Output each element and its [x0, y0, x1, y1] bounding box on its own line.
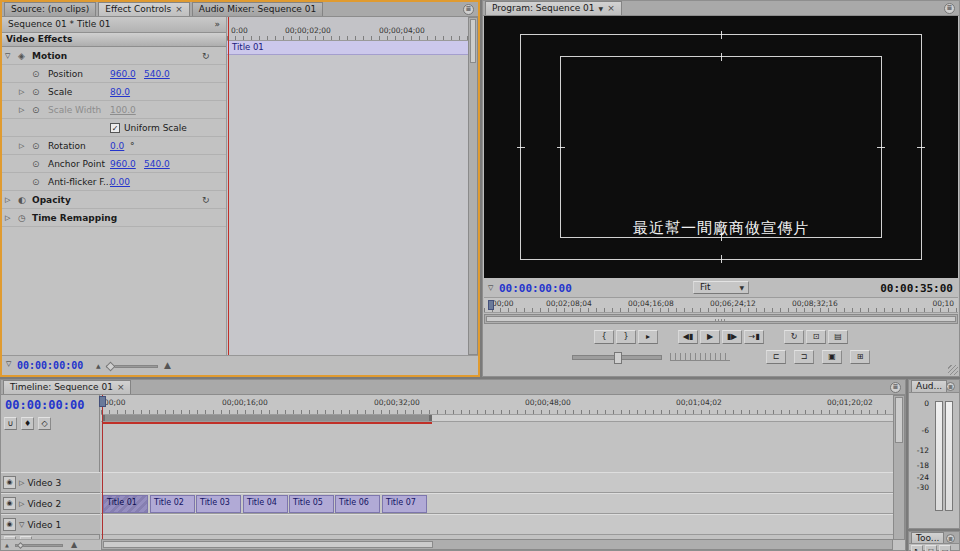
collapse-icon[interactable]: ▽	[488, 284, 493, 292]
close-icon[interactable]: ×	[175, 3, 183, 16]
safe-margins-button[interactable]: ⊡	[806, 330, 826, 344]
program-cti-head[interactable]	[488, 300, 494, 310]
extract-button[interactable]: ⊐	[794, 350, 814, 364]
stopwatch-icon[interactable]: ⊙	[32, 137, 40, 155]
stopwatch-icon[interactable]: ⊙	[32, 83, 40, 101]
twirl-closed-icon[interactable]: ▷	[19, 479, 24, 487]
eye-icon[interactable]: ◉	[3, 497, 16, 510]
go-to-out-button[interactable]: }	[616, 330, 636, 344]
selection-tool-button[interactable]: ↖	[911, 545, 923, 551]
marker-icon[interactable]: ◇	[38, 417, 51, 430]
clip-title-02[interactable]: Title 02	[150, 495, 195, 513]
close-icon[interactable]: ×	[607, 2, 615, 15]
view-area-thumb[interactable]	[486, 316, 956, 322]
twirl-closed-icon[interactable]: ▷	[19, 83, 24, 101]
scrollbar-thumb[interactable]	[895, 397, 903, 443]
position-y-value[interactable]: 540.0	[144, 65, 170, 83]
zoom-in-icon[interactable]: ▲	[71, 540, 77, 549]
work-area-bar[interactable]	[102, 415, 432, 421]
video2-lane[interactable]: Title 01 Title 02 Title 03 Title 04 Titl…	[101, 493, 893, 514]
video1-lane[interactable]	[101, 514, 893, 535]
timeline-vscrollbar[interactable]	[893, 395, 905, 540]
jog-disk[interactable]	[670, 353, 730, 361]
go-to-next-edit-button[interactable]: →▮	[744, 330, 764, 344]
mini-timeline-clip[interactable]: Title 01	[227, 41, 468, 55]
razor-tool-button[interactable]: ▭	[939, 545, 951, 551]
video-effects-section-header[interactable]: Video Effects	[2, 33, 226, 47]
mini-timeline-ruler[interactable]: 0:00 00;00;02;00 00;00;04;00	[227, 17, 468, 41]
shuttle-thumb[interactable]	[614, 352, 622, 364]
anchor-x-value[interactable]: 960.0	[110, 155, 136, 173]
step-forward-button[interactable]: ▮▶	[722, 330, 742, 344]
export-frame-button[interactable]: ▣	[822, 350, 842, 364]
timeline-timecode[interactable]: 00:00:00:00	[5, 398, 84, 412]
zoom-out-icon[interactable]: ▲	[5, 542, 9, 548]
twirl-closed-icon[interactable]: ▷	[5, 209, 10, 227]
output-button[interactable]: ▤	[828, 330, 848, 344]
resize-grip[interactable]	[948, 365, 958, 375]
position-x-value[interactable]: 960.0	[110, 65, 136, 83]
uniform-scale-checkbox[interactable]: ✓	[110, 123, 120, 133]
zoom-slider-thumb[interactable]	[106, 362, 116, 372]
fit-dropdown[interactable]: Fit ▼	[693, 281, 749, 294]
zoom-slider-thumb[interactable]	[17, 542, 24, 549]
play-in-to-out-button[interactable]: ▸	[638, 330, 658, 344]
step-back-button[interactable]: ◀▮	[678, 330, 698, 344]
program-ruler[interactable]: 00;00 00;02;08;04 00;04;16;08 00;06;24;1…	[484, 297, 958, 313]
tab-program[interactable]: Program: Sequence 01 ▼ ×	[485, 1, 622, 15]
go-to-in-button[interactable]: {	[594, 330, 614, 344]
stopwatch-icon[interactable]: ⊙	[32, 173, 40, 191]
tab-tools[interactable]: Too...	[911, 532, 944, 543]
collapse-icon[interactable]: ▽	[6, 360, 11, 368]
panel-menu-icon[interactable]: ≣	[944, 3, 955, 14]
timeline-hscrollbar[interactable]	[101, 539, 893, 550]
scrollbar-thumb[interactable]	[470, 19, 476, 63]
track-select-tool-button[interactable]: ◻	[925, 545, 937, 551]
work-area-track[interactable]	[101, 415, 893, 422]
loop-button[interactable]: ↻	[784, 330, 804, 344]
timeline-ruler[interactable]: 00;00 00;00;16;00 00;00;32;00 00;00;48;0…	[101, 395, 893, 415]
twirl-closed-icon[interactable]: ▷	[19, 500, 24, 508]
tab-audio-mixer[interactable]: Audio Mixer: Sequence 01	[192, 2, 323, 16]
track-header-video3[interactable]: ◉ ▷ Video 3	[1, 472, 100, 493]
effect-controls-vscrollbar[interactable]	[468, 17, 478, 355]
zoom-slider[interactable]	[106, 365, 158, 368]
program-current-timecode[interactable]: 00:00:00:00	[499, 282, 572, 295]
twirl-open-icon[interactable]: ▽	[5, 47, 10, 65]
video3-lane[interactable]	[101, 472, 893, 493]
clip-title-05[interactable]: Title 05	[289, 495, 334, 513]
tab-audio-meters[interactable]: Aud...	[911, 380, 947, 392]
zoom-in-icon[interactable]: ▲	[164, 360, 171, 370]
cti-head[interactable]	[99, 396, 106, 407]
twirl-closed-icon[interactable]: ▷	[5, 191, 10, 209]
sequence-dropdown-icon[interactable]: ▼	[599, 2, 604, 15]
track-header-video1[interactable]: ◉ ▽ Video 1	[1, 514, 100, 535]
reset-button[interactable]: ↻	[202, 47, 210, 65]
twirl-closed-icon[interactable]: ▷	[19, 137, 24, 155]
stopwatch-icon[interactable]: ⊙	[32, 155, 40, 173]
tab-source[interactable]: Source: (no clips)	[4, 2, 96, 16]
scrollbar-thumb[interactable]	[103, 541, 433, 548]
eye-icon[interactable]: ◉	[3, 518, 16, 531]
current-time-indicator[interactable]	[102, 395, 103, 541]
reset-button[interactable]: ↻	[202, 191, 210, 209]
track-header-video2[interactable]: ◉ ▷ Video 2	[1, 493, 100, 514]
program-monitor-viewport[interactable]: 最近幫一間廠商做宣傳片	[484, 16, 958, 278]
show-timeline-view-button[interactable]: »	[214, 17, 220, 32]
tab-effect-controls[interactable]: Effect Controls ×	[98, 2, 190, 16]
close-icon[interactable]: ×	[117, 381, 125, 394]
effect-row-motion[interactable]: ▽ ◈ Motion ↻	[2, 47, 226, 65]
zoom-out-icon[interactable]: ▲	[96, 362, 101, 369]
lift-button[interactable]: ⊏	[766, 350, 786, 364]
clip-title-03[interactable]: Title 03	[196, 495, 241, 513]
panel-menu-icon[interactable]: ≣	[463, 4, 474, 15]
play-button[interactable]: ▶	[700, 330, 720, 344]
shuttle-slider[interactable]	[572, 355, 662, 360]
clip-title-04[interactable]: Title 04	[243, 495, 288, 513]
effect-row-time-remapping[interactable]: ▷ ◷ Time Remapping	[2, 209, 226, 227]
snap-icon[interactable]: ∪	[4, 417, 17, 430]
tab-timeline[interactable]: Timeline: Sequence 01 ×	[3, 380, 131, 394]
zoom-slider[interactable]	[15, 544, 63, 547]
clip-title-07[interactable]: Title 07	[382, 495, 427, 513]
anti-flicker-value[interactable]: 0.00	[110, 173, 130, 191]
